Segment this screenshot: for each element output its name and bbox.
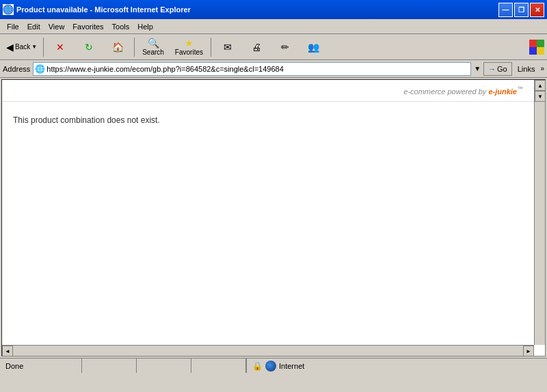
discuss-button[interactable]: 👥 <box>300 36 328 59</box>
back-label: Back <box>15 43 30 51</box>
menu-edit[interactable]: Edit <box>23 21 44 32</box>
minimize-button[interactable]: — <box>498 3 513 17</box>
ecommerce-text: e-commerce powered by <box>403 87 488 96</box>
browser-icon <box>3 4 14 15</box>
stop-button[interactable]: ✕ <box>46 36 74 59</box>
favorites-button[interactable]: ★ Favorites <box>170 36 208 59</box>
toolbar: ◀ Back ▼ ✕ ↻ 🏠 🔍 Search ★ Favorites <box>0 34 547 60</box>
favorites-label: Favorites <box>175 48 203 56</box>
title-bar-buttons: — ❐ ✕ <box>498 3 544 17</box>
print-icon: 🖨 <box>252 42 261 52</box>
print-button[interactable]: 🖨 <box>243 36 270 59</box>
zone-label: Internet <box>279 362 304 370</box>
home-icon: 🏠 <box>112 42 124 52</box>
address-page-icon: 🌐 <box>35 64 45 74</box>
scroll-left-button[interactable]: ◄ <box>2 346 13 356</box>
menu-bar: File Edit View Favorites Tools Help <box>0 19 547 34</box>
refresh-icon: ↻ <box>85 42 93 52</box>
status-bar: Done 🔒 Internet <box>0 358 547 373</box>
go-arrow-icon: → <box>488 65 496 73</box>
back-icon: ◀ <box>6 42 14 53</box>
address-bar: Address 🌐 ▼ → Go Links » <box>0 60 547 78</box>
scroll-down-button[interactable]: ▼ <box>535 91 546 102</box>
content-area: e-commerce powered by e-junkie™ This pro… <box>1 79 546 356</box>
address-input-container: 🌐 <box>33 62 471 76</box>
menu-favorites[interactable]: Favorites <box>68 21 107 32</box>
page-content: e-commerce powered by e-junkie™ This pro… <box>2 80 534 345</box>
status-section-2 <box>137 359 191 373</box>
refresh-button[interactable]: ↻ <box>75 36 103 59</box>
scroll-right-button[interactable]: ► <box>523 346 534 356</box>
address-label: Address <box>3 65 30 73</box>
address-dropdown-icon[interactable]: ▼ <box>474 65 481 72</box>
search-button[interactable]: 🔍 Search <box>137 36 169 59</box>
status-zone: 🔒 Internet <box>246 359 310 373</box>
internet-zone-icon <box>265 361 276 372</box>
home-button[interactable]: 🏠 <box>104 36 131 59</box>
close-button[interactable]: ✕ <box>530 3 544 17</box>
favorites-icon: ★ <box>185 38 194 48</box>
scroll-up-button[interactable]: ▲ <box>535 80 546 91</box>
mail-icon: ✉ <box>224 42 232 52</box>
go-label: Go <box>497 65 507 73</box>
lock-icon: 🔒 <box>252 361 263 371</box>
back-button[interactable]: ◀ Back ▼ <box>3 36 40 59</box>
edit-button[interactable]: ✏ <box>271 36 299 59</box>
trademark-symbol: ™ <box>517 85 523 92</box>
status-text: Done <box>0 359 82 373</box>
ejunkie-brand: e-junkie <box>488 87 517 96</box>
ecommerce-header: e-commerce powered by e-junkie™ <box>2 80 534 102</box>
page-message: This product combination does not exist. <box>2 102 534 139</box>
links-chevron-icon[interactable]: » <box>540 65 544 72</box>
menu-file[interactable]: File <box>3 21 23 32</box>
discuss-icon: 👥 <box>308 42 319 52</box>
status-right: 🔒 Internet <box>246 359 310 373</box>
menu-view[interactable]: View <box>44 21 69 32</box>
mail-button[interactable]: ✉ <box>214 36 241 59</box>
status-sections <box>82 359 246 373</box>
status-section-1 <box>82 359 137 373</box>
window-title: Product unavailable - Microsoft Internet… <box>16 5 191 14</box>
address-input[interactable] <box>46 65 469 73</box>
scrollbar-vertical[interactable]: ▲ ▼ <box>534 80 545 345</box>
scrollbar-horizontal[interactable]: ◄ ► <box>2 345 534 356</box>
xp-flag-icon <box>529 40 544 55</box>
search-icon: 🔍 <box>148 38 159 48</box>
back-dropdown-icon: ▼ <box>31 44 37 50</box>
toolbar-separator-3 <box>211 38 211 57</box>
stop-icon: ✕ <box>56 42 64 52</box>
status-section-3 <box>191 359 246 373</box>
links-label[interactable]: Links <box>515 64 538 74</box>
search-label: Search <box>142 48 164 56</box>
title-bar: Product unavailable - Microsoft Internet… <box>0 0 547 19</box>
menu-tools[interactable]: Tools <box>108 21 134 32</box>
edit-icon: ✏ <box>281 42 289 52</box>
product-not-found-text: This product combination does not exist. <box>13 115 160 125</box>
go-button[interactable]: → Go <box>483 62 512 76</box>
menu-help[interactable]: Help <box>133 21 157 32</box>
toolbar-separator-1 <box>43 38 44 57</box>
restore-button[interactable]: ❐ <box>514 3 529 17</box>
toolbar-separator-2 <box>134 38 135 57</box>
